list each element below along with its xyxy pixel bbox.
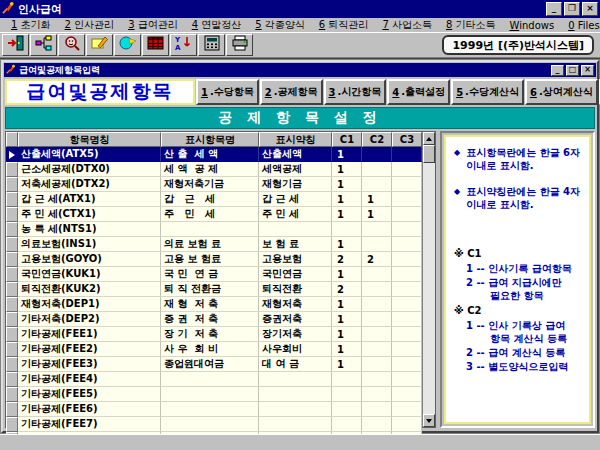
c3-cell[interactable] <box>392 237 422 252</box>
c1-cell[interactable]: 1 <box>332 327 362 342</box>
id-card-button[interactable] <box>114 34 141 56</box>
c2-cell[interactable]: 1 <box>362 207 392 222</box>
c1-cell[interactable] <box>332 372 362 387</box>
c2-cell[interactable] <box>362 402 392 417</box>
c2-cell[interactable] <box>362 147 392 162</box>
display-name-cell[interactable]: 퇴 직 전환금 <box>161 282 259 297</box>
item-name-cell[interactable]: 주 민 세(CTX1) <box>18 207 161 222</box>
item-name-cell[interactable]: 퇴직전환(KUK2) <box>18 282 161 297</box>
c3-cell[interactable] <box>392 162 422 177</box>
c3-cell[interactable] <box>392 192 422 207</box>
display-name-cell[interactable]: 국 민 연 금 <box>161 267 259 282</box>
display-name-cell[interactable]: 산 출 세 액 <box>161 147 259 162</box>
item-name-cell[interactable]: 갑 근 세(ATX1) <box>18 192 161 207</box>
c3-cell[interactable] <box>392 252 422 267</box>
display-name-cell[interactable] <box>161 387 259 402</box>
table-row[interactable]: 재형저축(DEP1)재 형 저 축재형저축1 <box>6 297 422 312</box>
abbr-cell[interactable] <box>259 417 332 432</box>
abbr-cell[interactable]: 재형기금 <box>259 177 332 192</box>
c1-cell[interactable]: 2 <box>332 282 362 297</box>
c3-cell[interactable] <box>392 282 422 297</box>
c3-cell[interactable] <box>392 177 422 192</box>
abbr-cell[interactable]: 국민연금 <box>259 267 332 282</box>
item-name-cell[interactable]: 기타공제(FEE6) <box>18 402 161 417</box>
item-name-cell[interactable]: 의료보험(INS1) <box>18 237 161 252</box>
table-row[interactable]: 주 민 세(CTX1)주 민 세주 민 세11 <box>6 207 422 222</box>
item-name-cell[interactable]: 산출세액(ATX5) <box>18 147 161 162</box>
c1-cell[interactable]: 1 <box>332 147 362 162</box>
scroll-thumb[interactable] <box>423 145 435 163</box>
display-name-cell[interactable]: 재형저축기금 <box>161 177 259 192</box>
table-row[interactable]: 기타공제(FEE2)사 우 회 비사우회비1 <box>6 342 422 357</box>
item-name-cell[interactable]: 기타공제(FEE1) <box>18 327 161 342</box>
c2-cell[interactable] <box>362 222 392 237</box>
item-name-cell[interactable]: 저축세공제(DTX2) <box>18 177 161 192</box>
table-row[interactable]: 산출세액(ATX5)산 출 세 액산출세액1 <box>6 147 422 162</box>
menu-item[interactable]: 8 기타소득 <box>439 18 503 32</box>
c1-cell[interactable] <box>332 222 362 237</box>
table-row[interactable]: 농 특 세(NTS1) <box>6 222 422 237</box>
c2-cell[interactable] <box>362 387 392 402</box>
printer-button[interactable] <box>226 34 253 56</box>
abbr-cell[interactable] <box>259 387 332 402</box>
table-row[interactable]: 국민연금(KUK1)국 민 연 금국민연금1 <box>6 267 422 282</box>
minimize-button[interactable]: _ <box>546 2 562 16</box>
column-header[interactable]: C2 <box>362 132 392 147</box>
child-close-button[interactable]: × <box>581 65 594 76</box>
c3-cell[interactable] <box>392 387 422 402</box>
tab-5[interactable]: 5.수당계산식 <box>451 79 524 105</box>
display-name-cell[interactable]: 장 기 저 축 <box>161 327 259 342</box>
display-name-cell[interactable]: 사 우 회 비 <box>161 342 259 357</box>
item-name-cell[interactable]: 기타공제(FEE5) <box>18 387 161 402</box>
display-name-cell[interactable] <box>161 222 259 237</box>
scroll-track[interactable] <box>423 163 435 414</box>
abbr-cell[interactable]: 세액공제 <box>259 162 332 177</box>
abbr-cell[interactable]: 대 여 금 <box>259 357 332 372</box>
c2-cell[interactable] <box>362 267 392 282</box>
c2-cell[interactable] <box>362 177 392 192</box>
c3-cell[interactable] <box>392 267 422 282</box>
table-row[interactable]: 고용보험(GOYO)고용 보 험료고용보험22 <box>6 252 422 267</box>
c2-cell[interactable]: 1 <box>362 192 392 207</box>
table-row[interactable]: 기타공제(FEE1)장 기 저 축장기저축1 <box>6 327 422 342</box>
item-name-cell[interactable]: 기타공제(FEE3) <box>18 357 161 372</box>
sort-letters-button[interactable]: YA <box>170 34 197 56</box>
scroll-up-button[interactable] <box>423 132 435 145</box>
display-name-cell[interactable]: 갑 근 세 <box>161 192 259 207</box>
c2-cell[interactable] <box>362 327 392 342</box>
c3-cell[interactable] <box>392 402 422 417</box>
c2-cell[interactable] <box>362 237 392 252</box>
c1-cell[interactable]: 1 <box>332 192 362 207</box>
c1-cell[interactable]: 1 <box>332 342 362 357</box>
abbr-cell[interactable]: 산출세액 <box>259 147 332 162</box>
menu-item[interactable]: 5 각종양식 <box>248 18 312 32</box>
abbr-cell[interactable]: 고용보험 <box>259 252 332 267</box>
c1-cell[interactable] <box>332 417 362 432</box>
menu-item[interactable]: 7 사업소득 <box>375 18 439 32</box>
item-name-cell[interactable]: 고용보험(GOYO) <box>18 252 161 267</box>
table-row[interactable]: 기타공제(FEE3)종업원대여금대 여 금1 <box>6 357 422 372</box>
child-maximize-button[interactable]: □ <box>566 65 579 76</box>
c1-cell[interactable]: 1 <box>332 297 362 312</box>
abbr-cell[interactable]: 보 험 료 <box>259 237 332 252</box>
display-name-cell[interactable]: 증 권 저 축 <box>161 312 259 327</box>
c1-cell[interactable]: 2 <box>332 252 362 267</box>
c2-cell[interactable] <box>362 297 392 312</box>
table-row[interactable]: 기타공제(FEE4) <box>6 372 422 387</box>
close-button[interactable]: × <box>582 2 598 16</box>
table-row[interactable]: 의료보험(INS1)의료 보험 료보 험 료1 <box>6 237 422 252</box>
table-row[interactable]: 기타공제(FEE6) <box>6 402 422 417</box>
tab-3[interactable]: 3.시간항목 <box>324 79 387 105</box>
abbr-cell[interactable]: 갑 근 세 <box>259 192 332 207</box>
abbr-cell[interactable] <box>259 402 332 417</box>
c1-cell[interactable]: 1 <box>332 162 362 177</box>
table-grid-button[interactable] <box>142 34 169 56</box>
display-name-cell[interactable]: 세 액 공 제 <box>161 162 259 177</box>
display-name-cell[interactable]: 재 형 저 축 <box>161 297 259 312</box>
abbr-cell[interactable] <box>259 222 332 237</box>
menu-item[interactable]: Windows <box>503 20 562 31</box>
c3-cell[interactable] <box>392 357 422 372</box>
tab-4[interactable]: 4.출력설정 <box>387 79 450 105</box>
menu-item[interactable]: 2 인사관리 <box>58 18 122 32</box>
exit-door-button[interactable] <box>2 34 29 56</box>
